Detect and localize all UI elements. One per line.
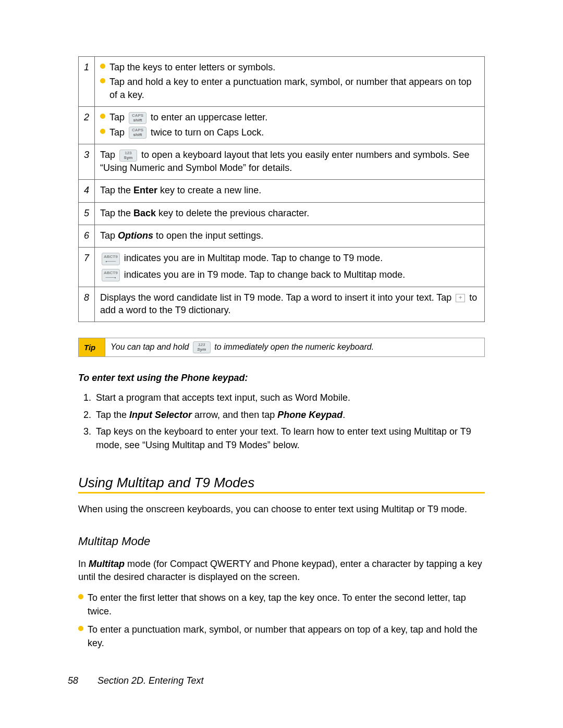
text: Tap CAPSshift to enter an uppercase lett… bbox=[109, 111, 267, 124]
sym-key-icon: 123Sym bbox=[119, 150, 137, 162]
keyboard-functions-table: 1 Tap the keys to enter letters or symbo… bbox=[78, 56, 485, 322]
page-footer: 58 Section 2D. Entering Text bbox=[68, 675, 204, 686]
list-item: Tap the Input Selector arrow, and then t… bbox=[94, 408, 485, 422]
bullet-icon bbox=[100, 114, 105, 119]
row-number: 1 bbox=[79, 57, 95, 107]
heading-rule bbox=[78, 492, 485, 493]
caps-shift-key-icon: CAPSshift bbox=[129, 112, 146, 124]
bold-italic-term: Phone Keypad bbox=[277, 410, 342, 420]
text: Tap CAPSshift twice to turn on Caps Lock… bbox=[109, 126, 264, 139]
section-heading: Using Multitap and T9 Modes bbox=[78, 475, 485, 491]
mode-t9-icon: ABCT9───• bbox=[102, 269, 120, 281]
list-item: Start a program that accepts text input,… bbox=[94, 391, 485, 404]
text: Tap and hold a key to enter a punctuatio… bbox=[109, 76, 479, 101]
page-number: 58 bbox=[68, 675, 78, 686]
subsection-paragraph: In Multitap mode (for Compact QWERTY and… bbox=[78, 558, 485, 584]
table-row: 3 Tap 123Sym to open a keyboard layout t… bbox=[79, 144, 485, 180]
text: indicates you are in T9 mode. Tap to cha… bbox=[121, 269, 406, 280]
bullet-icon bbox=[78, 594, 83, 599]
list-item: To enter a punctuation mark, symbol, or … bbox=[78, 623, 485, 650]
section-paragraph: When using the onscreen keyboards, you c… bbox=[78, 503, 485, 516]
bullet-icon bbox=[100, 129, 105, 134]
row-number: 5 bbox=[79, 202, 95, 225]
bold-italic-term: Multitap bbox=[89, 559, 125, 569]
sym-key-icon: 123Sym bbox=[193, 341, 211, 353]
document-page: 1 Tap the keys to enter letters or symbo… bbox=[0, 0, 563, 728]
row-desc: ABCT9•─── indicates you are in Multitap … bbox=[95, 248, 485, 287]
row-desc: Tap CAPSshift to enter an uppercase lett… bbox=[95, 106, 485, 144]
table-row: 8 Displays the word candidate list in T9… bbox=[79, 287, 485, 322]
procedure-steps: Start a program that accepts text input,… bbox=[82, 391, 485, 451]
row-number: 8 bbox=[79, 287, 95, 322]
row-desc: Tap the keys to enter letters or symbols… bbox=[95, 57, 485, 107]
plus-icon: + bbox=[456, 294, 465, 302]
bullet-list: To enter the first letter that shows on … bbox=[78, 591, 485, 649]
row-number: 2 bbox=[79, 106, 95, 144]
row-desc: Tap 123Sym to open a keyboard layout tha… bbox=[95, 144, 485, 180]
table-row: 4 Tap the Enter key to create a new line… bbox=[79, 180, 485, 202]
procedure-heading: To enter text using the Phone keypad: bbox=[78, 373, 485, 384]
text: Tap the keys to enter letters or symbols… bbox=[109, 61, 275, 73]
row-number: 6 bbox=[79, 225, 95, 248]
text: indicates you are in Multitap mode. Tap … bbox=[121, 253, 383, 263]
bold-term: Back bbox=[133, 208, 156, 218]
bold-term: Enter bbox=[133, 185, 157, 195]
mode-multitap-icon: ABCT9•─── bbox=[102, 253, 120, 265]
bold-italic-term: Options bbox=[118, 230, 153, 241]
bullet-icon bbox=[100, 64, 105, 69]
list-item: To enter the first letter that shows on … bbox=[78, 591, 485, 618]
row-number: 3 bbox=[79, 144, 95, 180]
table-row: 2 Tap CAPSshift to enter an uppercase le… bbox=[79, 106, 485, 144]
bullet-icon bbox=[100, 78, 105, 83]
table-row: 5 Tap the Back key to delete the previou… bbox=[79, 202, 485, 225]
tip-label: Tip bbox=[79, 338, 105, 357]
tip-text: You can tap and hold 123Sym to immediate… bbox=[105, 338, 485, 357]
row-number: 7 bbox=[79, 248, 95, 287]
section-reference: Section 2D. Entering Text bbox=[97, 675, 203, 686]
row-desc: Tap Options to open the input settings. bbox=[95, 225, 485, 248]
subsection-heading: Multitap Mode bbox=[78, 535, 485, 548]
bold-italic-term: Input Selector bbox=[129, 410, 192, 420]
list-item: Tap keys on the keyboard to enter your t… bbox=[94, 425, 485, 452]
table-row: 7 ABCT9•─── indicates you are in Multita… bbox=[79, 248, 485, 287]
table-row: 6 Tap Options to open the input settings… bbox=[79, 225, 485, 248]
bullet-icon bbox=[78, 626, 83, 631]
row-desc: Displays the word candidate list in T9 m… bbox=[95, 287, 485, 322]
row-desc: Tap the Enter key to create a new line. bbox=[95, 180, 485, 202]
row-desc: Tap the Back key to delete the previous … bbox=[95, 202, 485, 225]
row-number: 4 bbox=[79, 180, 95, 202]
caps-shift-key-icon: CAPSshift bbox=[129, 127, 146, 139]
tip-box: Tip You can tap and hold 123Sym to immed… bbox=[78, 338, 485, 357]
table-row: 1 Tap the keys to enter letters or symbo… bbox=[79, 57, 485, 107]
